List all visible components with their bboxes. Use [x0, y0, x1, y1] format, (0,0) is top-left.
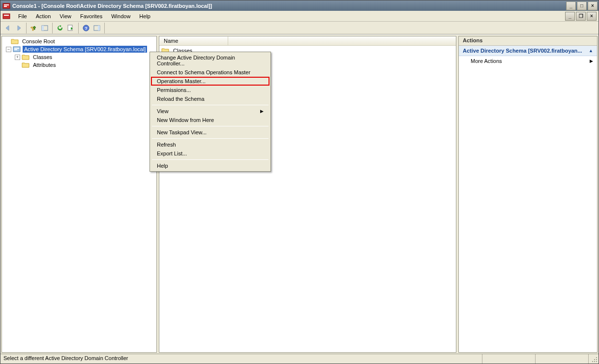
cm-permissions[interactable]: Permissions...: [151, 86, 270, 94]
svg-point-20: [596, 357, 597, 358]
tree-node-console-root[interactable]: Console Root: [2, 37, 156, 45]
actions-pane: Actions Active Directory Schema [SRV002.…: [458, 36, 598, 353]
column-header-fill: [228, 36, 456, 45]
mmc-window: Console1 - [Console Root\Active Director…: [0, 0, 599, 364]
resize-grip[interactable]: [589, 354, 599, 364]
cm-label: Change Active Directory Domain Controlle…: [157, 55, 264, 66]
maximize-button[interactable]: □: [577, 1, 587, 10]
refresh-button[interactable]: [55, 23, 65, 33]
menu-file[interactable]: File: [14, 12, 31, 20]
tree-node-schema[interactable]: − Active Directory Schema [SRV002.firatb…: [2, 45, 156, 53]
tree-node-attributes[interactable]: Attributes: [2, 61, 156, 69]
forward-button[interactable]: [13, 23, 24, 33]
svg-rect-14: [14, 49, 17, 50]
tree-label: Console Root: [21, 38, 57, 45]
cm-label: Permissions...: [157, 87, 191, 93]
cm-label: Reload the Schema: [157, 96, 205, 102]
tree-node-classes[interactable]: + Classes: [2, 53, 156, 61]
window-title: Console1 - [Console Root\Active Director…: [12, 3, 566, 9]
cm-label: View: [157, 108, 169, 114]
column-header-name[interactable]: Name: [159, 36, 228, 45]
export-list-button[interactable]: [65, 23, 76, 33]
cm-label: New Taskpad View...: [157, 129, 207, 135]
tree-label-selected: Active Directory Schema [SRV002.firatboy…: [23, 46, 147, 53]
svg-rect-4: [4, 15, 9, 16]
svg-point-15: [596, 361, 597, 362]
cm-export-list[interactable]: Export List...: [151, 149, 270, 158]
svg-point-16: [594, 361, 595, 362]
context-menu: Change Active Directory Domain Controlle…: [150, 52, 271, 172]
menu-help[interactable]: Help: [135, 12, 154, 20]
menu-action[interactable]: Action: [32, 12, 55, 20]
statusbar: Select a different Active Directory Doma…: [0, 354, 599, 364]
folder-icon: [22, 61, 30, 68]
app-icon: [2, 2, 10, 10]
svg-rect-13: [14, 48, 19, 49]
status-cell-2: [482, 354, 536, 364]
cm-new-window[interactable]: New Window from Here: [151, 116, 270, 124]
mdi-close-button[interactable]: ×: [587, 12, 597, 21]
cm-operations-master[interactable]: Operations Master...: [151, 77, 270, 86]
mdi-window-controls: _ ❐ ×: [565, 12, 597, 21]
cm-connect-som[interactable]: Connect to Schema Operations Master: [151, 68, 270, 77]
cm-separator: [152, 159, 269, 160]
expander-plus-icon[interactable]: +: [15, 55, 20, 60]
svg-point-17: [596, 359, 597, 360]
cm-separator: [152, 105, 269, 105]
submenu-arrow-icon: ▶: [590, 59, 593, 63]
cm-refresh[interactable]: Refresh: [151, 140, 270, 149]
menu-window[interactable]: Window: [107, 12, 134, 20]
cm-help[interactable]: Help: [151, 161, 270, 170]
cm-view[interactable]: View▶: [151, 107, 270, 116]
cm-label: New Window from Here: [157, 117, 214, 123]
cm-reload-schema[interactable]: Reload the Schema: [151, 94, 270, 103]
svg-rect-1: [4, 4, 9, 5]
show-hide-tree-button[interactable]: [39, 23, 50, 33]
cm-separator: [152, 138, 269, 139]
svg-text:?: ?: [85, 26, 88, 31]
actions-group-title: Active Directory Schema [SRV002.firatboy…: [463, 48, 582, 54]
titlebar[interactable]: Console1 - [Console Root\Active Director…: [0, 0, 599, 11]
tree-label: Attributes: [31, 61, 57, 68]
cm-label: Refresh: [157, 142, 176, 148]
up-button[interactable]: [29, 23, 39, 33]
cm-label: Connect to Schema Operations Master: [157, 69, 250, 75]
svg-rect-2: [4, 6, 7, 7]
cm-label: Export List...: [157, 151, 187, 156]
mdi-child-icon[interactable]: [2, 12, 10, 20]
help-button[interactable]: ?: [81, 23, 91, 33]
svg-rect-3: [3, 14, 10, 19]
show-hide-action-pane-button[interactable]: [91, 23, 102, 33]
schema-icon: [13, 46, 21, 53]
mdi-restore-button[interactable]: ❐: [576, 12, 586, 21]
expander-placeholder: [15, 62, 20, 68]
mdi-minimize-button[interactable]: _: [565, 12, 575, 21]
submenu-arrow-icon: ▶: [260, 109, 264, 114]
toolbar: ?: [0, 22, 599, 34]
status-text: Select a different Active Directory Doma…: [0, 354, 482, 364]
cm-change-dc[interactable]: Change Active Directory Domain Controlle…: [151, 53, 270, 68]
cm-label: Operations Master...: [157, 78, 206, 84]
minimize-button[interactable]: _: [566, 1, 576, 10]
svg-point-19: [594, 359, 595, 360]
actions-group-header[interactable]: Active Directory Schema [SRV002.firatboy…: [459, 46, 597, 56]
body: Console Root − Active Directory Schema […: [0, 34, 599, 354]
svg-rect-11: [98, 26, 100, 30]
actions-item-more-actions[interactable]: More Actions ▶: [459, 56, 597, 66]
tree[interactable]: Console Root − Active Directory Schema […: [2, 36, 156, 70]
expander-minus-icon[interactable]: −: [6, 47, 11, 52]
svg-rect-6: [42, 26, 44, 30]
close-button[interactable]: ×: [588, 1, 598, 10]
status-cell-3: [536, 354, 589, 364]
cm-new-taskpad[interactable]: New Taskpad View...: [151, 128, 270, 137]
back-button[interactable]: [2, 23, 13, 33]
actions-item-label: More Actions: [471, 58, 502, 64]
cm-label: Help: [157, 163, 168, 169]
cm-separator: [152, 126, 269, 126]
menubar: File Action View Favorites Window Help _…: [0, 11, 599, 22]
svg-point-18: [592, 361, 593, 362]
tree-label: Classes: [31, 54, 54, 61]
menu-favorites[interactable]: Favorites: [76, 12, 106, 20]
window-controls: _ □ ×: [566, 1, 598, 10]
menu-view[interactable]: View: [56, 12, 75, 20]
